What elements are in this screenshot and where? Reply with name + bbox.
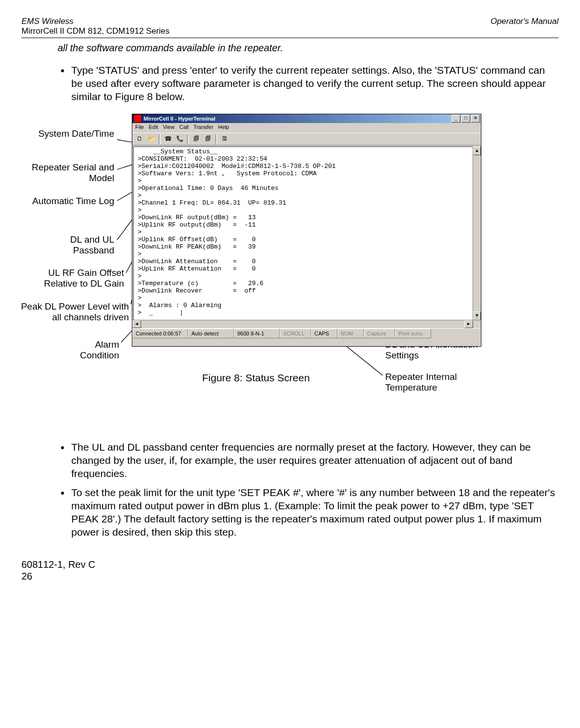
status-caps: CAPS: [311, 329, 337, 338]
callout-label: DL and UL Passband: [70, 234, 114, 255]
status-port: 9600 8-N-1: [234, 329, 280, 338]
separator: [187, 134, 189, 144]
menu-edit[interactable]: Edit: [149, 124, 158, 133]
separator: [215, 134, 217, 144]
callout-automatic-time-log: Automatic Time Log: [31, 196, 114, 207]
menu-call[interactable]: Call: [179, 124, 188, 133]
callout-label: System Date/Time: [38, 128, 114, 139]
menu-transfer[interactable]: Transfer: [193, 124, 213, 133]
page-footer: 608112-1, Rev C 26: [21, 559, 559, 582]
callout-alarm-condition: Alarm Condition: [56, 339, 119, 361]
window-title: MirrorCell II - HyperTerminal: [144, 116, 215, 123]
toolbar: 🗋 📂 ☎ 📞 🗐 🗐 🖺: [132, 133, 481, 146]
callout-ul-rf-gain-offset: UL RF Gain Offset Relative to DL Gain: [21, 268, 124, 289]
status-connected: Connected 0:06:57: [132, 329, 188, 338]
bullet-status: Type 'STATUS' and press 'enter' to verif…: [70, 64, 559, 104]
app-icon: [134, 115, 142, 123]
tool-receive-icon[interactable]: 🗐: [203, 134, 213, 145]
hyperterminal-window: MirrorCell II - HyperTerminal _ □ × File…: [132, 114, 481, 347]
series: MirrorCell II CDM 812, CDM1912 Series: [21, 26, 169, 36]
callout-peak-dl-power: Peak DL Power Level with all channels dr…: [12, 301, 129, 323]
status-scroll: SCROLL: [280, 329, 311, 338]
callout-label: Repeater Internal Temperature: [385, 372, 457, 393]
tool-open-icon[interactable]: 📂: [146, 134, 157, 145]
statusbar: Connected 0:06:57 Auto detect 9600 8-N-1…: [132, 328, 481, 338]
callout-repeater-temp: Repeater Internal Temperature: [385, 372, 497, 393]
tool-send-icon[interactable]: 🗐: [191, 134, 202, 145]
terminal-output[interactable]: __System Status__ >CONSIGNMENT: 02-01-20…: [133, 146, 480, 327]
continuation-text: all the software commands available in t…: [58, 42, 559, 54]
status-print: Print echo: [395, 329, 431, 338]
menu-file[interactable]: File: [135, 124, 144, 133]
callout-label: Automatic Time Log: [32, 196, 114, 206]
callout-label: Repeater Serial and Model: [32, 162, 114, 183]
figure-caption: Figure 8: Status Screen: [202, 372, 310, 384]
menu-view[interactable]: View: [163, 124, 175, 133]
maximize-button[interactable]: □: [461, 115, 470, 123]
figure-area: System Date/Time Repeater Serial and Mod…: [21, 109, 559, 397]
brand: EMS Wireless: [21, 17, 74, 26]
tool-hangup-icon[interactable]: 📞: [174, 134, 185, 145]
titlebar: MirrorCell II - HyperTerminal _ □ ×: [132, 114, 481, 123]
minimize-button[interactable]: _: [452, 115, 460, 123]
tool-props-icon[interactable]: 🖺: [219, 134, 230, 145]
close-button[interactable]: ×: [471, 115, 480, 123]
page-header: EMS Wireless MirrorCell II CDM 812, CDM1…: [21, 17, 559, 38]
callout-system-date-time: System Date/Time: [31, 128, 114, 139]
separator: [159, 134, 161, 144]
doc-type: Operator's Manual: [491, 17, 559, 26]
callout-repeater-serial-model: Repeater Serial and Model: [31, 162, 114, 184]
doc-number: 608112-1, Rev C: [21, 559, 559, 570]
page-number: 26: [21, 570, 559, 582]
tool-new-icon[interactable]: 🗋: [134, 134, 145, 145]
menubar: File Edit View Call Transfer Help: [132, 123, 481, 133]
status-num: NUM: [337, 329, 364, 338]
bullet-passband: The UL and DL passband center frequencie…: [70, 441, 559, 480]
status-capture: Capture: [364, 329, 395, 338]
callout-label: Alarm Condition: [80, 339, 119, 360]
status-detect: Auto detect: [188, 329, 234, 338]
callout-label: Peak DL Power Level with all channels dr…: [21, 301, 129, 322]
bullet-setpeak: To set the peak limit for the unit type …: [70, 486, 559, 539]
callout-dl-ul-passband: DL and UL Passband: [31, 234, 114, 256]
callout-label: UL RF Gain Offset Relative to DL Gain: [44, 268, 124, 289]
tool-call-icon[interactable]: ☎: [163, 134, 173, 145]
menu-help[interactable]: Help: [218, 124, 229, 133]
